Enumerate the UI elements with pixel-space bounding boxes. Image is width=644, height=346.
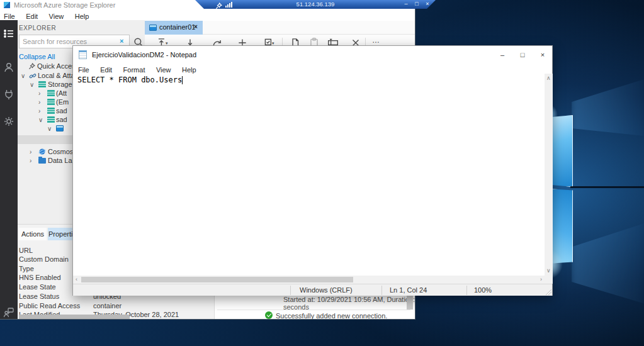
tree-item-label: Cosmos	[48, 148, 73, 155]
activity-scrollbar[interactable]	[407, 294, 413, 310]
menu-help[interactable]: Help	[75, 13, 89, 20]
storage-accounts-icon	[38, 81, 46, 88]
scroll-up-icon[interactable]: ∧	[546, 74, 551, 82]
blob-container-icon	[56, 125, 64, 131]
explorer-panel-header: EXPLORER	[19, 25, 56, 31]
azure-window-title: Microsoft Azure Storage Explorer	[14, 1, 115, 9]
property-label: Type	[19, 265, 34, 272]
notepad-app-icon	[79, 50, 87, 59]
notepad-text-area[interactable]: SELECT * FROM dbo.Users	[73, 74, 545, 276]
storage-account-icon	[47, 116, 55, 123]
scroll-right-icon[interactable]: ›	[540, 276, 542, 284]
horizontal-scrollbar[interactable]: ‹ ›	[73, 276, 545, 284]
scrollbar-corner	[545, 276, 553, 284]
horizontal-scrollbar-thumb[interactable]	[81, 277, 353, 282]
menu-format[interactable]: Format	[123, 66, 145, 74]
menu-help[interactable]: Help	[182, 66, 196, 74]
activity-entry-line1: Started at: 10/29/2021 10:56 AM, Duratio…	[283, 296, 415, 303]
tree-item-label: Local & Atta	[38, 72, 75, 79]
chevron-down-icon: ∨	[21, 72, 25, 79]
storage-account-icon	[47, 90, 55, 97]
azure-menubar: File Edit View Help	[0, 10, 415, 20]
tab-label: container01	[159, 23, 196, 31]
menu-view[interactable]: View	[156, 66, 171, 74]
storage-account-icon	[47, 99, 55, 106]
rdp-ip-address: 51.124.36.139	[195, 1, 436, 8]
properties-horizontal-scrollbar[interactable]	[19, 315, 130, 320]
success-check-icon	[265, 311, 273, 319]
scroll-left-icon[interactable]: ‹	[76, 276, 77, 284]
tree-item-label: Data Lak	[48, 157, 76, 164]
tree-item-label: (Em	[56, 98, 69, 106]
statusbar-cursor-position: Ln 1, Col 24	[390, 286, 427, 294]
menu-file[interactable]: File	[78, 66, 89, 74]
tab-actions[interactable]: Actions	[19, 228, 47, 240]
chevron-down-icon: ∨	[47, 125, 52, 132]
azure-app-icon	[4, 2, 10, 8]
more-options-button[interactable]: …	[372, 36, 380, 45]
statusbar-eol: Windows (CRLF)	[300, 286, 353, 294]
pin-icon	[28, 63, 35, 70]
property-label: Lease State	[19, 283, 56, 291]
statusbar-divider	[290, 286, 291, 295]
menu-file[interactable]: File	[4, 13, 15, 20]
tree-item-label: sad	[56, 116, 67, 123]
scroll-down-icon[interactable]: ∨	[546, 267, 551, 275]
close-button[interactable]: ×	[533, 46, 553, 64]
menu-view[interactable]: View	[49, 13, 64, 20]
notepad-window: EjercicioValidacionDM2 - Notepad – □ × F…	[72, 45, 553, 296]
menu-edit[interactable]: Edit	[26, 13, 38, 20]
rdp-connection-bar: 51.124.36.139 – □ ×	[195, 0, 436, 9]
cosmos-db-icon	[38, 148, 46, 155]
tab-container01[interactable]: container01 ×	[145, 21, 203, 35]
rdp-minimize-button[interactable]: –	[401, 0, 411, 8]
link-chain-icon	[29, 72, 37, 79]
menu-edit[interactable]: Edit	[100, 66, 112, 74]
property-label: HNS Enabled	[19, 274, 61, 281]
text-caret	[182, 76, 183, 84]
resize-grip[interactable]	[545, 289, 551, 295]
chevron-right-icon: ›	[30, 148, 31, 155]
notepad-content: SELECT * FROM dbo.Users	[77, 75, 183, 84]
chevron-down-icon: ∨	[38, 116, 43, 123]
maximize-button[interactable]: □	[512, 46, 533, 64]
blob-container-icon	[149, 25, 157, 31]
property-label: Public Read Access	[19, 302, 80, 310]
chevron-right-icon: ›	[38, 90, 40, 97]
storage-account-icon	[47, 108, 55, 114]
collapse-all-link[interactable]: Collapse All	[19, 53, 55, 60]
search-clear-icon[interactable]: ×	[120, 37, 123, 45]
property-value: container	[93, 302, 121, 310]
chevron-down-icon: ∨	[30, 81, 34, 88]
activity-separator	[217, 310, 410, 310]
property-label: Custom Domain	[19, 255, 69, 263]
property-label: Lease Status	[19, 293, 59, 300]
tab-close-icon[interactable]: ×	[194, 23, 198, 30]
tree-item-label: (Att	[56, 89, 67, 97]
notepad-titlebar: EjercicioValidacionDM2 - Notepad – □ ×	[73, 46, 552, 64]
chevron-right-icon: ›	[38, 99, 40, 106]
chevron-right-icon: ›	[30, 157, 31, 164]
windows-logo-gap-line	[570, 186, 644, 188]
chevron-right-icon: ›	[38, 108, 40, 114]
data-lake-folder-icon	[38, 158, 46, 164]
rdp-restore-button[interactable]: □	[412, 0, 422, 8]
notepad-window-title: EjercicioValidacionDM2 - Notepad	[92, 51, 196, 59]
desktop: Microsoft Azure Storage Explorer File Ed…	[0, 0, 644, 346]
activity-success-message: Successfully added new connection.	[276, 312, 387, 320]
minimize-button[interactable]: –	[492, 46, 512, 64]
vertical-scrollbar[interactable]: ∧ ∨	[545, 74, 553, 276]
notepad-statusbar: Windows (CRLF) Ln 1, Col 24 100%	[73, 284, 552, 296]
explorer-icon[interactable]	[3, 28, 14, 39]
statusbar-zoom: 100%	[474, 286, 492, 294]
notepad-menubar: File Edit Format View Help	[73, 64, 552, 74]
statusbar-divider	[466, 286, 467, 295]
statusbar-divider	[381, 286, 382, 295]
tree-item-label: Storage	[48, 81, 72, 88]
feedback-icon[interactable]	[3, 306, 14, 318]
property-label: URL	[19, 247, 33, 254]
tree-item-label: sad	[56, 107, 67, 114]
